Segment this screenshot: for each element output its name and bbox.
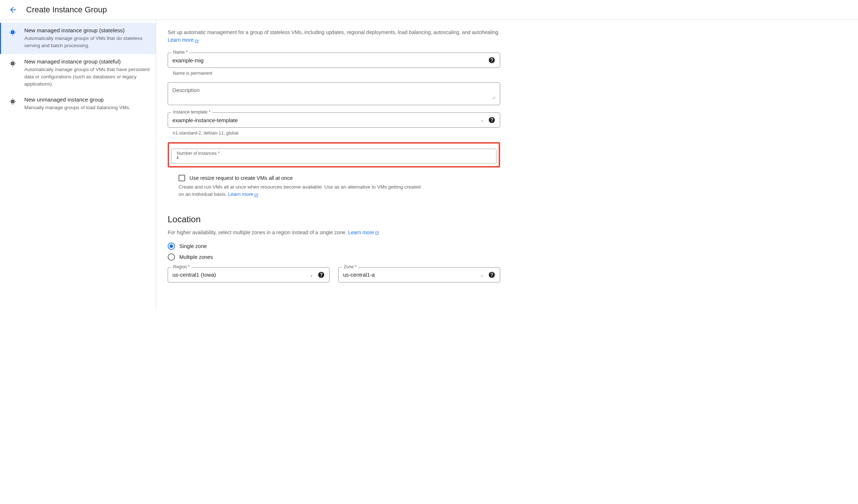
main-content: Set up automatic management for a group … [156,20,512,310]
zone-field: Zone * us-central1-a [338,267,500,282]
help-icon[interactable] [488,271,495,278]
resize-checkbox-label: Use resize request to create VMs all at … [189,175,293,181]
radio-multiple-zones[interactable]: Multiple zones [168,253,500,261]
sidebar-item-stateful[interactable]: New managed instance group (stateful) Au… [0,54,156,92]
instance-group-icon [8,28,17,37]
zone-label: Zone * [342,264,358,269]
help-icon[interactable] [488,57,495,64]
name-input[interactable] [172,57,488,63]
instances-label: Number of instances * [175,151,221,156]
instances-highlight-box: Number of instances * [168,142,500,168]
learn-more-link[interactable]: Learn more [348,230,379,235]
template-label: Instance template * [171,110,212,115]
template-select[interactable]: example-instance-template [168,112,500,128]
description-input[interactable] [172,87,495,99]
region-label: Region * [171,264,192,269]
external-link-icon [254,193,258,197]
zone-select[interactable]: us-central1-a [338,267,500,282]
page-title: Create Instance Group [26,5,107,15]
external-link-icon [195,38,199,42]
sidebar-item-desc: Manually manage groups of load balancing… [24,104,150,111]
region-select[interactable]: us-central1 (Iowa) [168,267,330,282]
name-field: Name * [168,53,500,68]
name-label: Name * [171,50,189,55]
sidebar-item-title: New unmanaged instance group [24,96,150,103]
external-link-icon [375,231,379,235]
radio-button[interactable] [168,243,175,250]
location-title: Location [168,214,500,224]
page-header: Create Instance Group [0,0,858,20]
chevron-down-icon [480,273,484,277]
help-icon[interactable] [488,116,495,124]
location-desc: For higher availability, select multiple… [168,230,500,235]
instance-group-icon [8,97,17,106]
resize-desc: Create and run VMs all at once when reso… [179,183,425,198]
instance-group-icon [8,59,17,68]
sidebar-item-unmanaged[interactable]: New unmanaged instance group Manually ma… [0,92,156,116]
template-helper: n1-standard-2, debian-11, global [173,131,500,136]
resize-checkbox[interactable] [179,175,185,181]
sidebar-item-desc: Automatically manage groups of VMs that … [24,35,150,50]
region-field: Region * us-central1 (Iowa) [168,267,330,282]
description-field [168,82,500,105]
chevron-down-icon [310,273,313,277]
intro-text: Set up automatic management for a group … [168,29,500,44]
learn-more-link[interactable]: Learn more [228,191,258,197]
sidebar-item-desc: Automatically manage groups of VMs that … [24,66,150,88]
sidebar: New managed instance group (stateless) A… [0,20,156,310]
instances-input[interactable] [176,153,492,160]
back-arrow-icon[interactable] [9,5,17,14]
sidebar-item-stateless[interactable]: New managed instance group (stateless) A… [0,23,156,54]
radio-single-zone[interactable]: Single zone [168,243,500,250]
help-icon[interactable] [318,271,325,278]
chevron-down-icon [480,118,484,122]
learn-more-link[interactable]: Learn more [168,37,199,43]
resize-checkbox-row[interactable]: Use resize request to create VMs all at … [179,175,500,181]
radio-button[interactable] [168,253,175,261]
name-helper: Name is permanent [173,71,500,76]
template-field: Instance template * example-instance-tem… [168,112,500,128]
sidebar-item-title: New managed instance group (stateful) [24,58,150,65]
sidebar-item-title: New managed instance group (stateless) [24,27,150,33]
